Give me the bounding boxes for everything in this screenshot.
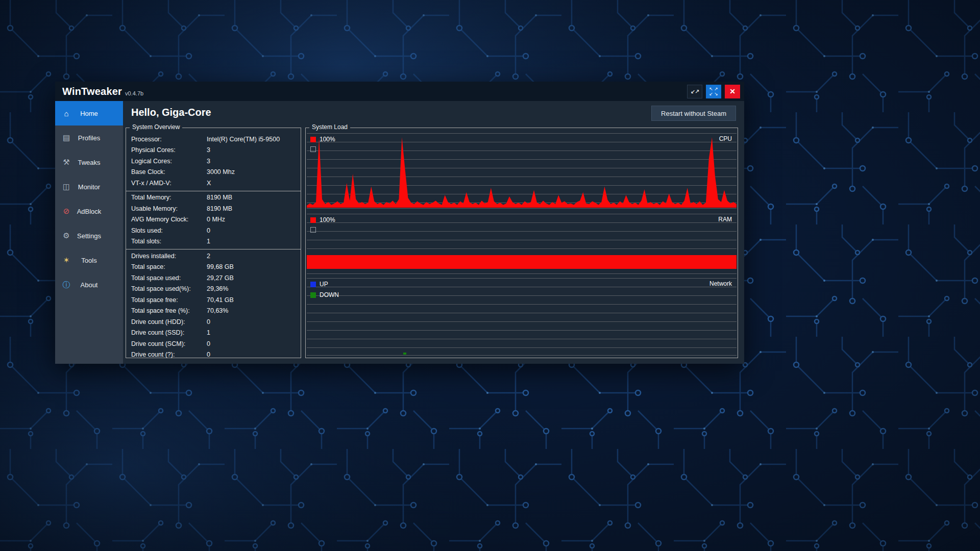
overview-label: AVG Memory Clock:: [131, 216, 207, 223]
overview-label: Total space:: [131, 263, 207, 270]
overview-label: Processor:: [131, 136, 207, 143]
overview-row: Total Memory:8190 MB: [126, 192, 301, 204]
overview-value: 0: [207, 227, 301, 234]
app-window: WinTweaker v0.4.7b ↙↗ ↖↗↙↘ ✕ ⌂Home▤Profi…: [55, 82, 744, 364]
home-icon: ⌂: [61, 109, 72, 118]
overview-row: Slots used:0: [126, 225, 301, 236]
overview-value: 70,41 GB: [207, 296, 301, 304]
window-controls: ↙↗ ↖↗↙↘ ✕: [687, 85, 744, 98]
restore-button[interactable]: ↙↗: [687, 85, 702, 98]
overview-row: Total slots:1: [126, 236, 301, 247]
sidebar-item-tweaks[interactable]: ⚒Tweaks: [55, 150, 123, 174]
sidebar-item-profiles[interactable]: ▤Profiles: [55, 126, 123, 150]
cpu-legend-label: 100%: [320, 136, 335, 143]
overview-row: Physical Cores:3: [126, 145, 301, 156]
sidebar-item-monitor[interactable]: ◫Monitor: [55, 174, 123, 199]
overview-row: Usable Memory:8190 MB: [126, 203, 301, 214]
overview-value: 29,36%: [207, 285, 301, 292]
monitor-icon: ◫: [61, 182, 72, 191]
overview-row: VT-x / AMD-V:X: [126, 178, 301, 189]
sidebar-item-about[interactable]: ⓘAbout: [55, 272, 123, 297]
system-overview-groupbox: System Overview Processor:Intel(R) Core(…: [126, 128, 301, 358]
overview-row: AVG Memory Clock:0 MHz: [126, 214, 301, 226]
tools-icon: ✶: [61, 256, 72, 265]
app-version: v0.4.7b: [125, 90, 143, 96]
cpu-secondary-checkbox[interactable]: [310, 146, 316, 152]
restart-without-steam-button[interactable]: Restart without Steam: [651, 106, 736, 121]
overview-label: Physical Cores:: [131, 146, 207, 154]
ram-usage-band: [307, 255, 737, 269]
overview-value: 0: [207, 351, 301, 358]
overview-label: Drives installed:: [131, 253, 207, 260]
overview-value: 0: [207, 340, 301, 347]
overview-label: Drive count (?):: [131, 351, 207, 358]
overview-row: Total space free (%):70,63%: [126, 306, 301, 317]
maximize-icon: ↖↗↙↘: [708, 86, 719, 96]
titlebar[interactable]: WinTweaker v0.4.7b ↙↗ ↖↗↙↘ ✕: [55, 82, 744, 101]
restore-icon: ↙↗: [691, 89, 699, 94]
sidebar-item-home[interactable]: ⌂Home: [55, 101, 123, 126]
overview-row: Processor:Intel(R) Core(TM) i5-9500: [126, 134, 301, 145]
ram-legend-swatch: [310, 217, 316, 223]
main-content: Hello, Giga-Core Restart without Steam S…: [123, 101, 744, 364]
network-down-swatch: [310, 292, 316, 298]
overview-label: Slots used:: [131, 227, 207, 234]
cpu-load-chart: 100% CPU: [307, 133, 737, 209]
overview-row: Base Clock:3000 Mhz: [126, 167, 301, 178]
system-load-groupbox: System Load 100% CPU: [305, 128, 738, 358]
overview-row: Total space free:70,41 GB: [126, 294, 301, 306]
overview-row: Drive count (?):0: [126, 349, 301, 361]
sidebar-item-adblock[interactable]: ⊘AdBlock: [55, 199, 123, 223]
overview-row: Total space:99,68 GB: [126, 262, 301, 273]
system-load-title: System Load: [309, 123, 350, 131]
sidebar-item-tools[interactable]: ✶Tools: [55, 248, 123, 272]
system-overview-title: System Overview: [130, 123, 182, 131]
overview-row: Drive count (SCM):0: [126, 338, 301, 349]
overview-label: Drive count (SSD):: [131, 329, 207, 336]
overview-label: Total space used:: [131, 274, 207, 282]
ram-secondary-checkbox[interactable]: [310, 227, 316, 233]
sidebar-item-settings[interactable]: ⚙Settings: [55, 223, 123, 248]
page-title: Hello, Giga-Core: [131, 107, 211, 118]
network-legend: UP DOWN: [310, 281, 339, 302]
ram-load-chart: 100% RAM: [307, 214, 737, 274]
overview-value: 0 MHz: [207, 216, 301, 223]
overview-value: 3000 Mhz: [207, 168, 301, 176]
overview-label: Drive count (SCM):: [131, 340, 207, 347]
overview-value: 0: [207, 318, 301, 325]
overview-value: 8190 MB: [207, 194, 301, 201]
overview-value: 1: [207, 238, 301, 245]
overview-value: 29,27 GB: [207, 274, 301, 282]
network-up-label: UP: [320, 281, 328, 288]
system-overview-rows: Processor:Intel(R) Core(TM) i5-9500Physi…: [126, 128, 301, 362]
network-chart-title: Network: [709, 280, 732, 287]
overview-row: Logical Cores:3: [126, 156, 301, 167]
overview-row: Drive count (SSD):1: [126, 328, 301, 339]
app-title: WinTweaker: [62, 86, 122, 97]
cpu-legend-swatch: [310, 137, 316, 142]
overview-value: 1: [207, 329, 301, 336]
overview-row: Drive count (HDD):0: [126, 316, 301, 328]
cpu-legend: 100%: [310, 136, 335, 156]
overview-row: Total space used(%):29,36%: [126, 284, 301, 295]
overview-value: 99,68 GB: [207, 263, 301, 270]
profiles-icon: ▤: [61, 133, 72, 142]
overview-label: Total Memory:: [131, 194, 207, 201]
maximize-button[interactable]: ↖↗↙↘: [706, 85, 721, 98]
ram-legend: 100%: [310, 216, 335, 236]
overview-value: 8190 MB: [207, 205, 301, 212]
overview-label: Total space free (%):: [131, 307, 207, 314]
close-button[interactable]: ✕: [725, 85, 740, 98]
tweaks-icon: ⚒: [61, 158, 72, 167]
overview-label: Usable Memory:: [131, 205, 207, 212]
overview-value: Intel(R) Core(TM) i5-9500: [207, 136, 301, 143]
adblock-icon: ⊘: [61, 207, 72, 216]
cpu-series-plot: [307, 137, 737, 208]
network-load-chart: UP DOWN Network: [307, 278, 737, 356]
sidebar: ⌂Home▤Profiles⚒Tweaks◫Monitor⊘AdBlock⚙Se…: [55, 101, 123, 364]
overview-label: Total slots:: [131, 238, 207, 245]
overview-label: VT-x / AMD-V:: [131, 180, 207, 187]
network-up-swatch: [310, 282, 316, 287]
overview-label: Base Clock:: [131, 168, 207, 176]
overview-label: Drive count (HDD):: [131, 318, 207, 325]
